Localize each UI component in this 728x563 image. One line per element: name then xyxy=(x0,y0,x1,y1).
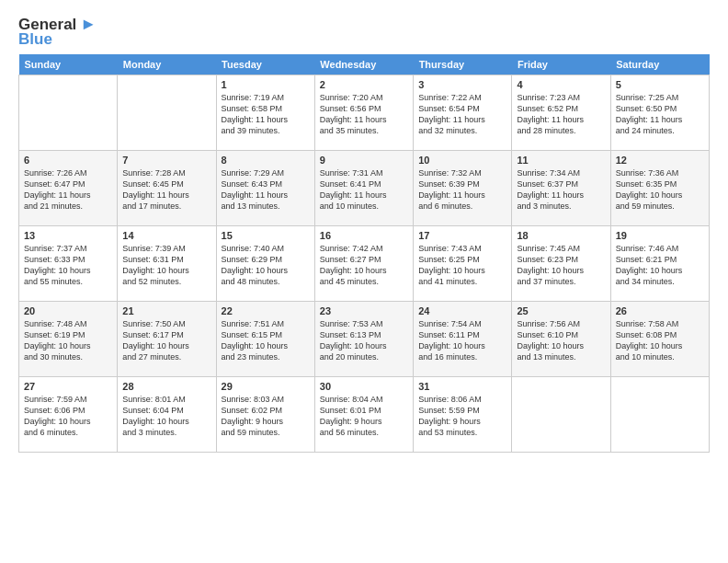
day-number: 22 xyxy=(222,305,310,316)
weekday-header-tuesday: Tuesday xyxy=(216,54,314,75)
day-number: 20 xyxy=(24,305,112,316)
calendar-day-cell: 28Sunrise: 8:01 AMSunset: 6:04 PMDayligh… xyxy=(118,377,216,453)
day-number: 8 xyxy=(222,155,310,166)
day-number: 11 xyxy=(517,155,605,166)
day-number: 23 xyxy=(320,305,408,316)
calendar-day-cell: 19Sunrise: 7:46 AMSunset: 6:21 PMDayligh… xyxy=(610,226,709,302)
day-detail: Sunrise: 7:42 AMSunset: 6:27 PMDaylight:… xyxy=(320,243,408,288)
day-number: 24 xyxy=(418,305,506,316)
day-number: 21 xyxy=(122,305,210,316)
calendar-day-cell: 25Sunrise: 7:56 AMSunset: 6:10 PMDayligh… xyxy=(512,302,610,377)
day-detail: Sunrise: 7:54 AMSunset: 6:11 PMDaylight:… xyxy=(418,318,506,363)
day-detail: Sunrise: 7:34 AMSunset: 6:37 PMDaylight:… xyxy=(517,167,605,213)
day-number: 5 xyxy=(616,79,704,90)
day-number: 28 xyxy=(122,381,210,392)
weekday-header-sunday: Sunday xyxy=(19,54,118,75)
logo-blue: Blue xyxy=(18,30,52,49)
calendar-table: SundayMondayTuesdayWednesdayThursdayFrid… xyxy=(18,54,710,453)
day-detail: Sunrise: 7:31 AMSunset: 6:41 PMDaylight:… xyxy=(320,167,408,213)
calendar-day-cell: 26Sunrise: 7:58 AMSunset: 6:08 PMDayligh… xyxy=(610,302,709,377)
calendar-day-cell: 1Sunrise: 7:19 AMSunset: 6:58 PMDaylight… xyxy=(216,75,314,151)
calendar-day-cell: 15Sunrise: 7:40 AMSunset: 6:29 PMDayligh… xyxy=(216,226,314,302)
weekday-header-monday: Monday xyxy=(118,54,216,75)
calendar-day-cell: 18Sunrise: 7:45 AMSunset: 6:23 PMDayligh… xyxy=(512,226,610,302)
day-detail: Sunrise: 8:01 AMSunset: 6:04 PMDaylight:… xyxy=(122,394,210,439)
calendar-day-cell: 17Sunrise: 7:43 AMSunset: 6:25 PMDayligh… xyxy=(414,226,512,302)
day-detail: Sunrise: 8:06 AMSunset: 5:59 PMDaylight:… xyxy=(418,394,506,439)
weekday-header-wednesday: Wednesday xyxy=(314,54,413,75)
calendar-day-cell: 2Sunrise: 7:20 AMSunset: 6:56 PMDaylight… xyxy=(314,75,413,151)
calendar-week-row: 27Sunrise: 7:59 AMSunset: 6:06 PMDayligh… xyxy=(19,377,710,453)
day-detail: Sunrise: 7:50 AMSunset: 6:17 PMDaylight:… xyxy=(122,318,210,363)
day-number: 3 xyxy=(418,79,506,90)
day-number: 26 xyxy=(616,305,704,316)
calendar-day-cell: 20Sunrise: 7:48 AMSunset: 6:19 PMDayligh… xyxy=(19,302,118,377)
calendar-day-cell xyxy=(118,75,216,151)
day-detail: Sunrise: 7:43 AMSunset: 6:25 PMDaylight:… xyxy=(418,243,506,288)
calendar-day-cell xyxy=(512,377,610,453)
day-number: 1 xyxy=(222,79,310,90)
day-number: 19 xyxy=(616,230,704,241)
day-number: 27 xyxy=(24,381,112,392)
day-detail: Sunrise: 7:46 AMSunset: 6:21 PMDaylight:… xyxy=(616,243,704,288)
day-number: 17 xyxy=(418,230,506,241)
day-number: 16 xyxy=(320,230,408,241)
day-detail: Sunrise: 7:48 AMSunset: 6:19 PMDaylight:… xyxy=(24,318,112,363)
calendar-day-cell: 21Sunrise: 7:50 AMSunset: 6:17 PMDayligh… xyxy=(118,302,216,377)
day-detail: Sunrise: 7:45 AMSunset: 6:23 PMDaylight:… xyxy=(517,243,605,288)
day-number: 18 xyxy=(517,230,605,241)
calendar-day-cell: 31Sunrise: 8:06 AMSunset: 5:59 PMDayligh… xyxy=(414,377,512,453)
calendar-day-cell xyxy=(610,377,709,453)
calendar-week-row: 6Sunrise: 7:26 AMSunset: 6:47 PMDaylight… xyxy=(19,151,710,226)
header: General ► Blue xyxy=(18,15,710,49)
day-detail: Sunrise: 7:40 AMSunset: 6:29 PMDaylight:… xyxy=(222,243,310,288)
day-detail: Sunrise: 7:19 AMSunset: 6:58 PMDaylight:… xyxy=(222,92,310,137)
day-detail: Sunrise: 7:26 AMSunset: 6:47 PMDaylight:… xyxy=(24,167,112,213)
day-number: 6 xyxy=(24,155,112,166)
day-number: 14 xyxy=(122,230,210,241)
day-detail: Sunrise: 7:39 AMSunset: 6:31 PMDaylight:… xyxy=(122,243,210,288)
day-detail: Sunrise: 8:03 AMSunset: 6:02 PMDaylight:… xyxy=(222,394,310,439)
calendar-day-cell: 23Sunrise: 7:53 AMSunset: 6:13 PMDayligh… xyxy=(314,302,413,377)
day-detail: Sunrise: 7:37 AMSunset: 6:33 PMDaylight:… xyxy=(24,243,112,288)
day-detail: Sunrise: 8:04 AMSunset: 6:01 PMDaylight:… xyxy=(320,394,408,439)
day-detail: Sunrise: 7:53 AMSunset: 6:13 PMDaylight:… xyxy=(320,318,408,363)
day-number: 12 xyxy=(616,155,704,166)
calendar-week-row: 13Sunrise: 7:37 AMSunset: 6:33 PMDayligh… xyxy=(19,226,710,302)
day-number: 29 xyxy=(222,381,310,392)
calendar-day-cell: 9Sunrise: 7:31 AMSunset: 6:41 PMDaylight… xyxy=(314,151,413,226)
calendar-day-cell: 4Sunrise: 7:23 AMSunset: 6:52 PMDaylight… xyxy=(512,75,610,151)
day-detail: Sunrise: 7:23 AMSunset: 6:52 PMDaylight:… xyxy=(517,92,605,137)
calendar-day-cell xyxy=(19,75,118,151)
day-detail: Sunrise: 7:22 AMSunset: 6:54 PMDaylight:… xyxy=(418,92,506,137)
day-detail: Sunrise: 7:56 AMSunset: 6:10 PMDaylight:… xyxy=(517,318,605,363)
calendar-day-cell: 7Sunrise: 7:28 AMSunset: 6:45 PMDaylight… xyxy=(118,151,216,226)
calendar-week-row: 20Sunrise: 7:48 AMSunset: 6:19 PMDayligh… xyxy=(19,302,710,377)
day-number: 25 xyxy=(517,305,605,316)
weekday-header-row: SundayMondayTuesdayWednesdayThursdayFrid… xyxy=(19,54,710,75)
day-detail: Sunrise: 7:20 AMSunset: 6:56 PMDaylight:… xyxy=(320,92,408,137)
calendar-day-cell: 24Sunrise: 7:54 AMSunset: 6:11 PMDayligh… xyxy=(414,302,512,377)
day-detail: Sunrise: 7:32 AMSunset: 6:39 PMDaylight:… xyxy=(418,167,506,213)
weekday-header-thursday: Thursday xyxy=(414,54,512,75)
day-number: 13 xyxy=(24,230,112,241)
calendar-day-cell: 12Sunrise: 7:36 AMSunset: 6:35 PMDayligh… xyxy=(610,151,709,226)
weekday-header-saturday: Saturday xyxy=(610,54,709,75)
calendar-day-cell: 16Sunrise: 7:42 AMSunset: 6:27 PMDayligh… xyxy=(314,226,413,302)
day-number: 9 xyxy=(320,155,408,166)
day-number: 31 xyxy=(418,381,506,392)
weekday-header-friday: Friday xyxy=(512,54,610,75)
calendar-day-cell: 27Sunrise: 7:59 AMSunset: 6:06 PMDayligh… xyxy=(19,377,118,453)
day-number: 30 xyxy=(320,381,408,392)
day-detail: Sunrise: 7:29 AMSunset: 6:43 PMDaylight:… xyxy=(222,167,310,213)
calendar-day-cell: 13Sunrise: 7:37 AMSunset: 6:33 PMDayligh… xyxy=(19,226,118,302)
day-detail: Sunrise: 7:59 AMSunset: 6:06 PMDaylight:… xyxy=(24,394,112,439)
day-detail: Sunrise: 7:28 AMSunset: 6:45 PMDaylight:… xyxy=(122,167,210,213)
calendar-day-cell: 3Sunrise: 7:22 AMSunset: 6:54 PMDaylight… xyxy=(414,75,512,151)
day-detail: Sunrise: 7:58 AMSunset: 6:08 PMDaylight:… xyxy=(616,318,704,363)
day-detail: Sunrise: 7:51 AMSunset: 6:15 PMDaylight:… xyxy=(222,318,310,363)
calendar-day-cell: 14Sunrise: 7:39 AMSunset: 6:31 PMDayligh… xyxy=(118,226,216,302)
logo: General ► Blue xyxy=(18,15,97,49)
calendar-day-cell: 8Sunrise: 7:29 AMSunset: 6:43 PMDaylight… xyxy=(216,151,314,226)
day-detail: Sunrise: 7:25 AMSunset: 6:50 PMDaylight:… xyxy=(616,92,704,137)
